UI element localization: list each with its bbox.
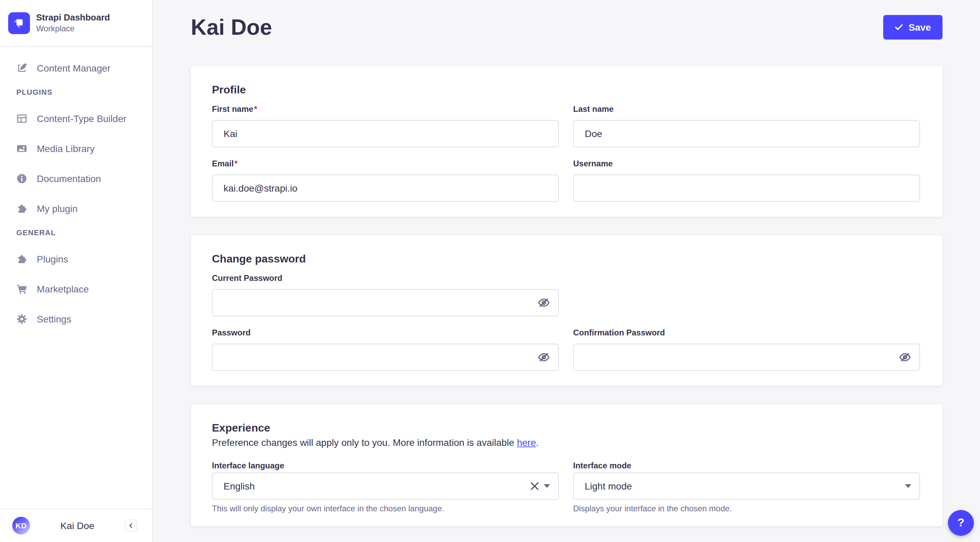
selected-language: English [224, 481, 531, 491]
email-label: Email* [212, 158, 559, 169]
sidebar-item-marketplace[interactable]: Marketplace [0, 278, 152, 300]
confirmation-password-input-wrap [573, 344, 920, 371]
save-button[interactable]: Save [884, 15, 942, 40]
interface-mode-field: Interface mode Light mode Displays your … [573, 460, 920, 514]
eye-off-icon [899, 351, 911, 363]
sidebar-item-documentation[interactable]: Documentation [0, 168, 152, 190]
chevron-left-icon [127, 522, 134, 529]
sidebar-item-plugins[interactable]: Plugins [0, 248, 152, 270]
sidebar-section-plugins: PLUGINS [0, 88, 152, 96]
current-password-label: Current Password [212, 273, 559, 284]
field-label-text: First name [212, 104, 253, 114]
profile-fields-grid: First name* Last name Email* Username [212, 104, 920, 202]
experience-description: Preference changes will apply only to yo… [212, 436, 920, 449]
strapi-dashboard: Strapi Dashboard Workplace Content Manag… [0, 0, 980, 542]
field-label-text: Current Password [212, 273, 283, 283]
eye-off-icon [538, 351, 550, 363]
interface-language-hint: This will only display your own interfac… [212, 503, 559, 514]
username-label: Username [573, 158, 920, 169]
confirmation-password-input[interactable] [574, 344, 920, 370]
sidebar-item-my-plugin[interactable]: My plugin [0, 198, 152, 220]
gear-icon [16, 314, 27, 325]
current-password-input-wrap [212, 289, 559, 316]
current-password-input[interactable] [213, 290, 558, 316]
caret-down-icon [544, 484, 550, 488]
change-password-title: Change password [212, 252, 920, 266]
experience-fields-grid: Interface language English This will onl… [212, 460, 920, 514]
experience-title: Experience [212, 421, 920, 436]
profile-card: Profile First name* Last name Email* Use… [191, 66, 942, 217]
page-title: Kai Doe [191, 14, 272, 41]
selected-mode: Light mode [585, 481, 892, 491]
user-name: Kai Doe [35, 520, 119, 531]
email-input[interactable] [212, 175, 559, 202]
description-text: Preference changes will apply only to yo… [212, 437, 517, 448]
puzzle-icon [16, 203, 27, 214]
save-button-label: Save [909, 22, 931, 33]
x-icon [530, 481, 539, 491]
sidebar-item-label: Settings [37, 314, 71, 325]
write-icon [16, 63, 27, 73]
sidebar-item-content-manager[interactable]: Content Manager [0, 57, 152, 79]
first-name-label: First name* [212, 104, 559, 115]
field-label-text: Interface mode [573, 461, 632, 470]
sidebar-item-content-type-builder[interactable]: Content-Type Builder [0, 108, 152, 129]
sidebar-footer: KD Kai Doe [0, 509, 152, 542]
password-fields-grid: Current Password Password [212, 273, 920, 371]
field-label-text: Interface language [212, 461, 284, 470]
sidebar-item-settings[interactable]: Settings [0, 308, 152, 330]
first-name-field: First name* [212, 104, 559, 147]
experience-card: Experience Preference changes will apply… [191, 404, 942, 526]
image-icon [16, 143, 27, 154]
clear-selection-button[interactable] [530, 481, 539, 491]
email-field: Email* [212, 158, 559, 202]
sidebar-item-media-library[interactable]: Media Library [0, 138, 152, 159]
interface-mode-hint: Displays your interface in the chosen mo… [573, 503, 920, 514]
layout-icon [16, 113, 27, 124]
toggle-password-visibility-button[interactable] [538, 351, 550, 363]
interface-mode-select[interactable]: Light mode [573, 472, 920, 500]
avatar: KD [12, 517, 30, 534]
workspace-brand[interactable]: Strapi Dashboard Workplace [0, 0, 152, 47]
interface-language-field: Interface language English This will onl… [212, 460, 559, 514]
info-icon [16, 173, 27, 184]
app-root: Strapi Dashboard Workplace Content Manag… [0, 0, 980, 542]
last-name-input[interactable] [573, 120, 920, 147]
new-password-field: Password [212, 327, 559, 371]
new-password-input-wrap [212, 344, 559, 371]
sidebar-item-label: Marketplace [37, 284, 89, 295]
caret-down-icon [905, 484, 911, 488]
collapse-sidebar-button[interactable] [125, 520, 137, 532]
first-name-input[interactable] [212, 120, 559, 147]
puzzle-icon [16, 253, 27, 265]
description-end: . [536, 437, 539, 448]
field-label-text: Username [573, 159, 612, 168]
username-input[interactable] [573, 175, 920, 202]
main-content: Kai Doe Save Profile First name* Last na… [153, 0, 980, 542]
interface-language-select[interactable]: English [212, 472, 559, 500]
change-password-card: Change password Current Password Passw [191, 235, 942, 386]
field-label-text: Password [212, 328, 250, 338]
sidebar-item-label: Documentation [37, 173, 101, 184]
workspace-subtitle: Workplace [36, 23, 110, 34]
required-marker: * [254, 104, 257, 114]
workspace-title: Strapi Dashboard [36, 12, 110, 23]
required-marker: * [234, 159, 237, 168]
more-info-link[interactable]: here [517, 437, 536, 448]
new-password-label: Password [212, 327, 559, 338]
confirmation-password-label: Confirmation Password [573, 327, 920, 338]
toggle-password-visibility-button[interactable] [538, 297, 550, 309]
last-name-field: Last name [573, 104, 920, 147]
new-password-input[interactable] [213, 344, 558, 370]
last-name-label: Last name [573, 104, 920, 115]
cart-icon [16, 284, 27, 295]
help-button[interactable]: ? [948, 510, 974, 536]
field-label-text: Email [212, 159, 234, 168]
check-icon [895, 24, 903, 31]
sidebar: Strapi Dashboard Workplace Content Manag… [0, 0, 153, 542]
sidebar-item-label: My plugin [37, 203, 78, 214]
toggle-password-visibility-button[interactable] [899, 351, 911, 363]
field-label-text: Last name [573, 104, 614, 114]
brand-text: Strapi Dashboard Workplace [36, 12, 110, 34]
sidebar-item-label: Plugins [37, 253, 68, 265]
